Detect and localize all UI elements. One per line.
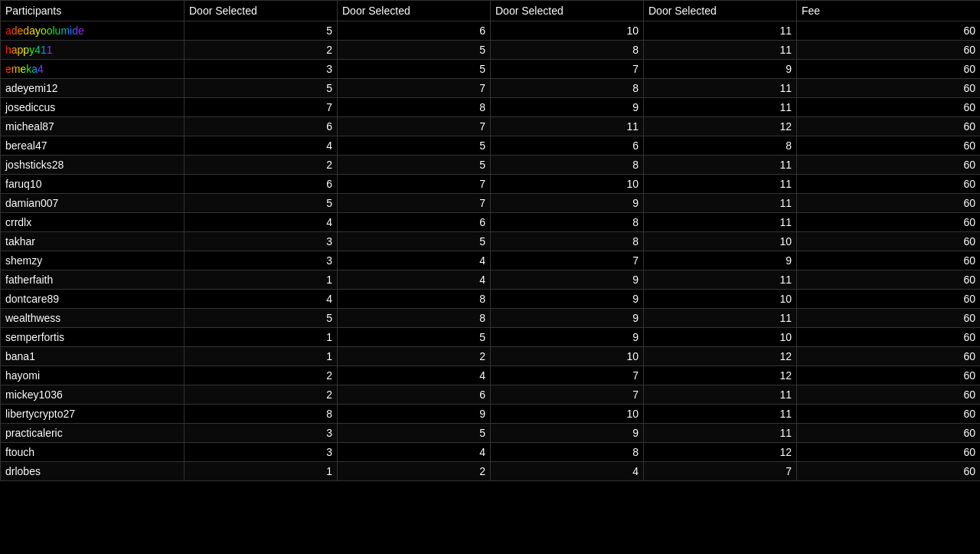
cell-fee: 60 [797, 251, 981, 270]
cell-d2: 5 [338, 41, 491, 60]
cell-d2: 5 [338, 136, 491, 156]
cell-d4: 12 [644, 117, 797, 136]
table-row: bana112101260 [1, 347, 981, 366]
cell-d3: 10 [491, 347, 644, 366]
participant-name: mickey1036 [1, 385, 185, 405]
cell-d1: 7 [185, 98, 338, 117]
cell-d1: 2 [185, 41, 338, 60]
cell-fee: 60 [797, 98, 981, 117]
cell-d4: 11 [644, 270, 797, 290]
table-row: semperfortis1591060 [1, 328, 981, 347]
cell-d3: 8 [491, 156, 644, 175]
cell-fee: 60 [797, 79, 981, 98]
cell-d4: 11 [644, 385, 797, 405]
table-row: drlobes124760 [1, 462, 981, 481]
cell-d3: 10 [491, 405, 644, 424]
cell-d4: 11 [644, 424, 797, 443]
table-row: emeka4357960 [1, 60, 981, 79]
cell-fee: 60 [797, 309, 981, 328]
participant-name: faruq10 [1, 175, 185, 194]
table-row: libertycrypto2789101160 [1, 405, 981, 424]
table-row: dontcare894891060 [1, 290, 981, 309]
table-row: josediccus7891160 [1, 98, 981, 117]
participant-name: bana1 [1, 347, 185, 366]
cell-fee: 60 [797, 462, 981, 481]
cell-d3: 8 [491, 41, 644, 60]
participant-name: adedayoolumide [1, 21, 185, 41]
header-row: Participants Door Selected Door Selected… [1, 1, 981, 21]
cell-d4: 11 [644, 79, 797, 98]
cell-d1: 3 [185, 251, 338, 270]
participant-name: crrdlx [1, 213, 185, 232]
table-row: happy4112581160 [1, 41, 981, 60]
cell-d2: 5 [338, 232, 491, 251]
participant-name: adeyemi12 [1, 79, 185, 98]
cell-d2: 6 [338, 385, 491, 405]
cell-d3: 9 [491, 424, 644, 443]
participant-name: dontcare89 [1, 290, 185, 309]
cell-d1: 2 [185, 366, 338, 385]
cell-fee: 60 [797, 347, 981, 366]
cell-d4: 12 [644, 366, 797, 385]
cell-fee: 60 [797, 175, 981, 194]
cell-d3: 9 [491, 194, 644, 213]
cell-d2: 7 [338, 79, 491, 98]
cell-d2: 6 [338, 21, 491, 41]
cell-d4: 11 [644, 156, 797, 175]
cell-d3: 9 [491, 309, 644, 328]
table-row: shemzy347960 [1, 251, 981, 270]
col-participants: Participants [1, 1, 185, 21]
cell-d3: 10 [491, 21, 644, 41]
cell-d1: 4 [185, 290, 338, 309]
cell-d2: 4 [338, 270, 491, 290]
participant-name: shemzy [1, 251, 185, 270]
cell-d2: 5 [338, 328, 491, 347]
cell-d2: 4 [338, 443, 491, 462]
cell-d4: 9 [644, 60, 797, 79]
table-row: crrdlx4681160 [1, 213, 981, 232]
participant-name: semperfortis [1, 328, 185, 347]
participant-name: emeka4 [1, 60, 185, 79]
cell-d4: 8 [644, 136, 797, 156]
cell-d3: 9 [491, 98, 644, 117]
cell-d4: 11 [644, 194, 797, 213]
cell-d3: 7 [491, 385, 644, 405]
participant-name: wealthwess [1, 309, 185, 328]
cell-d4: 11 [644, 213, 797, 232]
cell-fee: 60 [797, 232, 981, 251]
cell-d3: 4 [491, 462, 644, 481]
cell-d1: 6 [185, 175, 338, 194]
cell-d3: 8 [491, 79, 644, 98]
col-door4: Door Selected [644, 1, 797, 21]
cell-d2: 7 [338, 175, 491, 194]
cell-fee: 60 [797, 194, 981, 213]
cell-d2: 5 [338, 156, 491, 175]
cell-fee: 60 [797, 117, 981, 136]
cell-d1: 2 [185, 156, 338, 175]
cell-d1: 5 [185, 194, 338, 213]
table-row: takhar3581060 [1, 232, 981, 251]
cell-d3: 7 [491, 366, 644, 385]
cell-d3: 11 [491, 117, 644, 136]
main-table: Participants Door Selected Door Selected… [0, 0, 980, 481]
cell-d1: 5 [185, 21, 338, 41]
cell-d4: 10 [644, 290, 797, 309]
participant-name: damian007 [1, 194, 185, 213]
cell-d2: 5 [338, 60, 491, 79]
cell-d2: 8 [338, 309, 491, 328]
table-row: adedayoolumide56101160 [1, 21, 981, 41]
cell-d4: 11 [644, 309, 797, 328]
participant-name: practicaleric [1, 424, 185, 443]
table-row: wealthwess5891160 [1, 309, 981, 328]
cell-fee: 60 [797, 443, 981, 462]
table-row: fatherfaith1491160 [1, 270, 981, 290]
cell-d2: 6 [338, 213, 491, 232]
cell-d2: 8 [338, 98, 491, 117]
col-door1: Door Selected [185, 1, 338, 21]
cell-fee: 60 [797, 213, 981, 232]
cell-d4: 12 [644, 347, 797, 366]
cell-d1: 2 [185, 385, 338, 405]
cell-d1: 3 [185, 424, 338, 443]
cell-fee: 60 [797, 385, 981, 405]
cell-fee: 60 [797, 405, 981, 424]
